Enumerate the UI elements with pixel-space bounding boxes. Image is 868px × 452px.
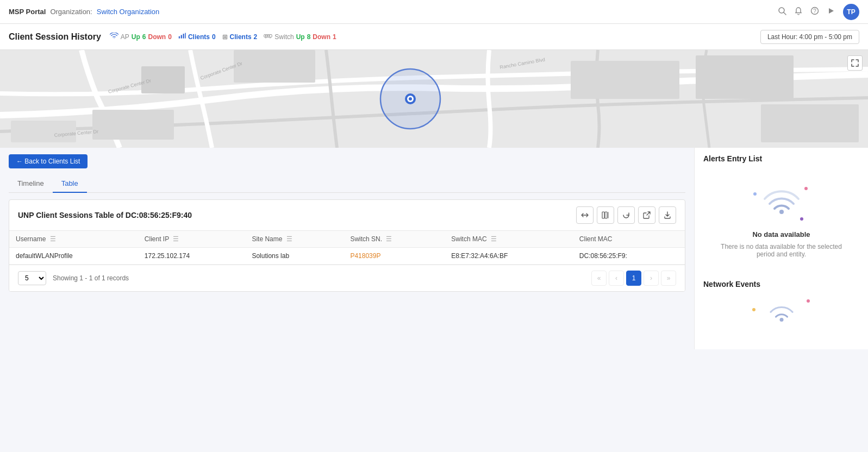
first-page-button[interactable]: « [591,271,607,286]
table-card: UNP Client Sessions Table of DC:08:56:25… [9,199,685,292]
svg-rect-33 [605,212,607,218]
time-range-box[interactable]: Last Hour: 4:00 pm - 5:00 pm [760,30,859,44]
ap-up-label: Up [132,33,140,41]
export-button[interactable] [659,206,676,224]
per-page-dropdown[interactable]: 5 10 25 [18,271,46,285]
col-switchmac-menu[interactable]: ☰ [491,235,497,243]
network-events-title: Network Events [703,280,859,288]
svg-point-11 [267,35,268,36]
svg-rect-6 [181,35,182,38]
svg-rect-32 [602,212,604,218]
col-switch-mac: Switch MAC ☰ [445,231,573,248]
svg-point-10 [265,35,266,36]
sessions-table: Username ☰ Client IP ☰ Site Name ☰ [9,231,685,265]
wired-clients-value[interactable]: 0 [212,33,216,41]
content-area: ← Back to Clients List Timeline Table UN… [0,148,868,349]
tab-timeline[interactable]: Timeline [9,175,53,193]
fit-columns-button[interactable] [576,206,594,224]
wireless-clients-label[interactable]: Clients [230,33,252,41]
pagination-controls: « ‹ 1 › » [591,271,676,286]
network-icon: ⊞ [222,33,228,41]
alerts-graphic [749,183,814,226]
switch-sn-link[interactable]: P418039P [350,252,380,260]
svg-marker-4 [829,8,834,14]
table-card-header: UNP Client Sessions Table of DC:08:56:25… [9,200,685,231]
forward-icon[interactable] [827,7,835,17]
switch-up-value: 8 [307,33,311,41]
switch-up-label: Up [296,33,305,41]
svg-line-1 [784,12,786,15]
table-row: defaultWLANProfile 172.25.102.174 Soluti… [9,248,685,265]
right-panel: Alerts Entry List No data available Ther… [694,148,868,349]
col-clientip-menu[interactable]: ☰ [173,235,179,243]
svg-text:?: ? [813,8,816,14]
cell-username: defaultWLANProfile [9,248,138,265]
page-1-button[interactable]: 1 [626,271,641,286]
table-wrapper: Username ☰ Client IP ☰ Site Name ☰ [9,231,685,265]
col-client-mac: Client MAC [573,231,685,248]
records-info: Showing 1 - 1 of 1 records [53,274,129,282]
last-page-button[interactable]: » [661,271,676,286]
alerts-title: Alerts Entry List [703,154,859,163]
col-client-ip: Client IP ☰ [138,231,246,248]
next-page-button[interactable]: › [644,271,659,286]
map-expand-button[interactable] [847,55,863,71]
svg-point-30 [409,97,412,101]
external-link-button[interactable] [638,206,655,224]
cell-site-name: Solutions lab [245,248,344,265]
wireless-clients-value[interactable]: 2 [254,33,258,41]
view-tabs: Timeline Table [9,175,685,193]
svg-rect-19 [234,50,315,83]
per-page-select: 5 10 25 Showing 1 - 1 of 1 records [18,271,129,285]
help-icon[interactable]: ? [810,7,819,17]
back-to-clients-button[interactable]: ← Back to Clients List [9,154,88,168]
sub-header: Client Session History AP Up 6 Down 0 [0,24,868,50]
svg-rect-21 [696,55,794,99]
switch-badge-group: Switch Up 8 Down 1 [264,33,336,41]
col-username: Username ☰ [9,231,138,248]
pagination-bar: 5 10 25 Showing 1 - 1 of 1 records « ‹ 1… [9,265,685,291]
ap-badge-group: AP Up 6 Down 0 [110,33,172,41]
msp-portal-label: MSP Portal [9,8,46,16]
refresh-button[interactable] [617,206,635,224]
wifi-icon [110,33,118,41]
col-site-name: Site Name ☰ [245,231,344,248]
ap-up-value: 6 [142,33,146,41]
network-events-graphic [749,297,814,330]
tab-table[interactable]: Table [53,175,87,193]
ap-down-label: Down [148,33,166,41]
no-data-subtitle: There is no data available for the selec… [712,243,851,258]
switch-org-link[interactable]: Switch Organization [97,8,160,16]
prev-page-button[interactable]: ‹ [609,271,624,286]
columns-button[interactable] [597,206,614,224]
cell-client-ip: 172.25.102.174 [138,248,246,265]
sub-header-left: Client Session History AP Up 6 Down 0 [9,32,336,42]
no-data-title: No data available [752,230,810,238]
network-events-area [703,293,859,343]
nav-left: MSP Portal Organization: Switch Organiza… [9,8,159,16]
map-container: Corporate Center Dr Corporate Center Dr … [0,50,868,148]
user-avatar[interactable]: TP [843,4,859,20]
cell-client-mac: DC:08:56:25:F9: [573,248,685,265]
col-username-menu[interactable]: ☰ [50,235,56,243]
switch-down-label: Down [313,33,330,41]
cell-switch-mac: E8:E7:32:A4:6A:BF [445,248,573,265]
search-icon[interactable] [778,7,786,17]
col-switchsn-menu[interactable]: ☰ [386,235,392,243]
wired-clients-label[interactable]: Clients [188,33,210,41]
wired-clients-badge: Clients 0 [178,33,216,41]
nav-right: ? TP [778,4,859,20]
svg-rect-20 [571,61,679,99]
switch-label: Switch [274,33,294,41]
col-sitename-menu[interactable]: ☰ [286,235,292,243]
status-badges: AP Up 6 Down 0 Clients 0 [110,33,336,41]
svg-rect-8 [185,33,186,39]
switch-down-value: 1 [333,33,336,41]
cell-switch-sn[interactable]: P418039P [344,248,445,265]
table-actions [576,206,676,224]
svg-rect-7 [183,34,184,39]
org-label: Organization: [50,8,92,16]
svg-rect-17 [92,110,174,140]
svg-rect-22 [761,104,859,142]
bell-icon[interactable] [794,7,803,17]
